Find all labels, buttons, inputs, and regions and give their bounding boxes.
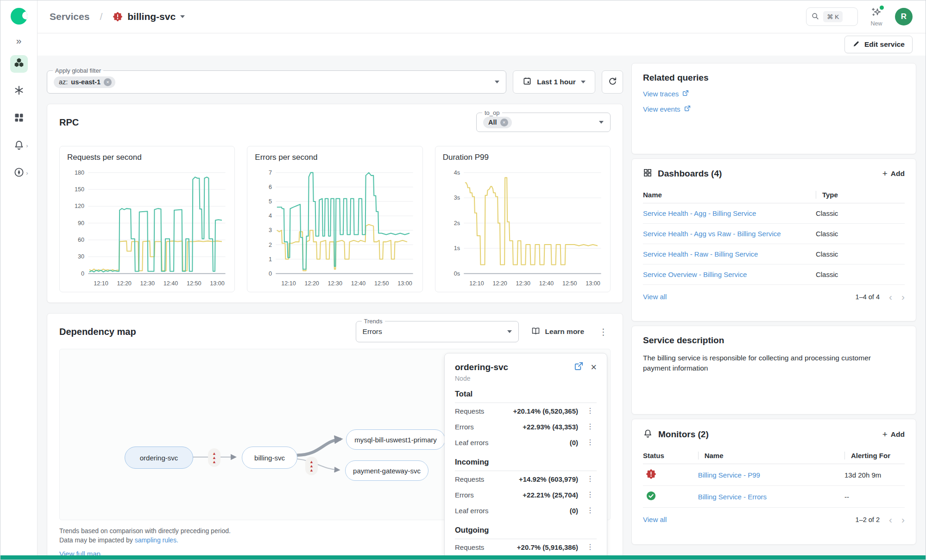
kebab-menu-icon[interactable]: ⋮ [584,422,597,431]
breadcrumb-separator: / [100,11,102,22]
pagination-label: 1–2 of 2 [856,516,880,523]
sampling-rules-link[interactable]: sampling rules. [135,536,178,544]
footnote-line2-text: Data may be impacted by [59,536,135,544]
service-description-body: The billing service is responsible for c… [643,353,884,374]
svg-text:12:20: 12:20 [492,280,507,287]
kebab-menu-icon[interactable]: ⋮ [584,438,597,447]
svg-text:3s: 3s [454,195,460,201]
open-in-new-icon[interactable] [573,361,584,373]
edit-service-button[interactable]: Edit service [844,36,913,53]
kebab-menu-icon[interactable]: ⋮ [584,490,597,499]
metric-label: Requests [455,407,484,415]
chevron-down-icon[interactable] [599,121,604,124]
chevron-down-icon[interactable] [507,330,512,333]
topbar: Services / billing-svc [38,0,926,33]
sidebar-expand-icon[interactable]: » [16,36,22,45]
alerting-status-icon [646,469,656,479]
service-description-title: Service description [643,335,905,346]
trends-select[interactable]: Trends Errors [356,321,519,342]
kebab-menu-icon[interactable]: ⋮ [584,542,597,552]
to-op-chip-value: All [488,119,497,126]
dashboard-link[interactable]: Service Health - Raw - Billing Service [643,250,758,258]
filter-chip-value: us-east-1 [71,78,101,86]
kebab-menu-icon[interactable]: ⋮ [584,506,597,515]
column-alerting-for: Alerting For [844,452,905,459]
global-filter-label: Apply global filter [53,67,103,75]
map-node-billing-svc[interactable]: billing-svc [242,447,297,469]
chip-remove-icon[interactable]: × [104,78,112,86]
kebab-menu-icon[interactable]: ⋮ [584,406,597,415]
add-dashboard-button[interactable]: + Add [882,169,905,179]
sidebar-item-alerts[interactable]: › [10,137,28,155]
filter-chip-az[interactable]: az: us-east-1 × [54,76,115,88]
dashboard-link[interactable]: Service Health - Agg - Billing Service [643,209,756,217]
dependency-map-title: Dependency map [59,327,136,337]
close-icon[interactable]: × [591,362,597,372]
monitor-link[interactable]: Billing Service - Errors [698,493,767,501]
table-row: Service Health - Agg vs Raw - Billing Se… [643,224,905,244]
chart-errors-per-second: Errors per second 0123456712:1012:2012:3… [247,146,422,292]
column-name: Name [643,191,816,199]
chip-remove-icon[interactable]: × [500,119,508,126]
dependency-map-canvas[interactable]: ordering-svc ▲ ▲ ▲ billing-svc mysql-bil… [59,349,611,520]
edge-trend-badge[interactable]: ▲ ▲ ▲ [305,457,318,475]
add-monitor-button[interactable]: + Add [882,429,905,440]
panel-section-incoming: Incoming [455,458,597,471]
metric-label: Requests [455,475,484,483]
trend-up-icon: ▲ [212,460,216,464]
search-input[interactable]: ⌘ K [806,7,858,26]
chevron-left-icon[interactable]: ‹ [889,515,892,524]
brand-logo[interactable] [11,8,27,25]
bell-icon [643,428,653,440]
chart-plot[interactable]: 030609012015018012:1012:2012:3012:4012:5… [67,164,231,290]
refresh-button[interactable] [602,70,623,94]
map-node-mysql-bill-uswest1-primary[interactable]: mysql-bill-uswest1-primary [346,429,445,450]
view-full-map-link[interactable]: View full map [59,550,101,555]
to-op-select[interactable]: to_op All × [476,113,611,132]
chart-plot[interactable]: 0123456712:1012:2012:3012:4012:5013:00 [255,164,418,290]
view-traces-link[interactable]: View traces [643,89,689,98]
view-all-monitors-link[interactable]: View all [643,516,667,523]
sidebar-item-collections[interactable] [10,82,28,100]
chevron-down-icon[interactable] [495,81,499,83]
breadcrumb-current-service[interactable]: billing-svc [127,11,176,22]
monitor-link[interactable]: Billing Service - P99 [698,471,760,479]
whats-new-button[interactable]: New [866,6,887,27]
book-icon [531,326,541,338]
metric-label: Leaf errors [455,507,489,515]
chevron-left-icon[interactable]: ‹ [889,292,892,302]
edge-trend-badge[interactable]: ▲ ▲ ▲ [208,448,220,467]
learn-more-button[interactable]: Learn more [531,326,584,338]
svg-text:30: 30 [78,253,84,260]
chevron-down-icon[interactable] [180,15,185,18]
global-filter-input[interactable]: Apply global filter az: us-east-1 × [47,70,506,94]
panel-section-outgoing: Outgoing [455,526,597,539]
chevron-right-icon[interactable]: › [901,515,905,524]
kebab-menu-icon[interactable]: ⋮ [596,327,611,337]
sidebar-item-dashboards[interactable] [10,110,28,127]
breadcrumb-services-link[interactable]: Services [50,11,89,22]
map-node-ordering-svc[interactable]: ordering-svc [125,447,193,469]
sidebar-item-services[interactable] [10,55,28,73]
column-status: Status [643,452,698,459]
view-events-link[interactable]: View events [643,105,691,113]
svg-text:12:40: 12:40 [351,280,365,287]
dashboard-link[interactable]: Service Overview - Billing Service [643,271,747,278]
to-op-chip[interactable]: All × [483,117,512,128]
kebab-menu-icon[interactable]: ⋮ [584,474,597,484]
app-window: » [0,0,926,560]
metric-row: Leaf errors (0) ⋮ [455,503,597,518]
node-detail-panel: ordering-svc × N [444,353,607,555]
refresh-icon [608,76,617,88]
avatar[interactable]: R [895,8,913,25]
chart-plot[interactable]: 0s1s2s3s4s12:1012:2012:3012:4012:5013:00 [443,164,606,290]
view-all-dashboards-link[interactable]: View all [643,293,667,301]
svg-text:12:20: 12:20 [305,280,319,287]
sidebar-item-explorer[interactable]: › [10,164,28,182]
table-row: Service Health - Raw - Billing Service C… [643,244,905,264]
chevron-right-icon[interactable]: › [901,292,905,302]
monitors-section: Monitors (2) + Add Status Name Alerting … [631,419,916,545]
time-range-picker[interactable]: Last 1 hour [513,70,595,94]
map-node-payment-gateway-svc[interactable]: payment-gateway-svc [345,460,428,481]
dashboard-link[interactable]: Service Health - Agg vs Raw - Billing Se… [643,230,781,238]
